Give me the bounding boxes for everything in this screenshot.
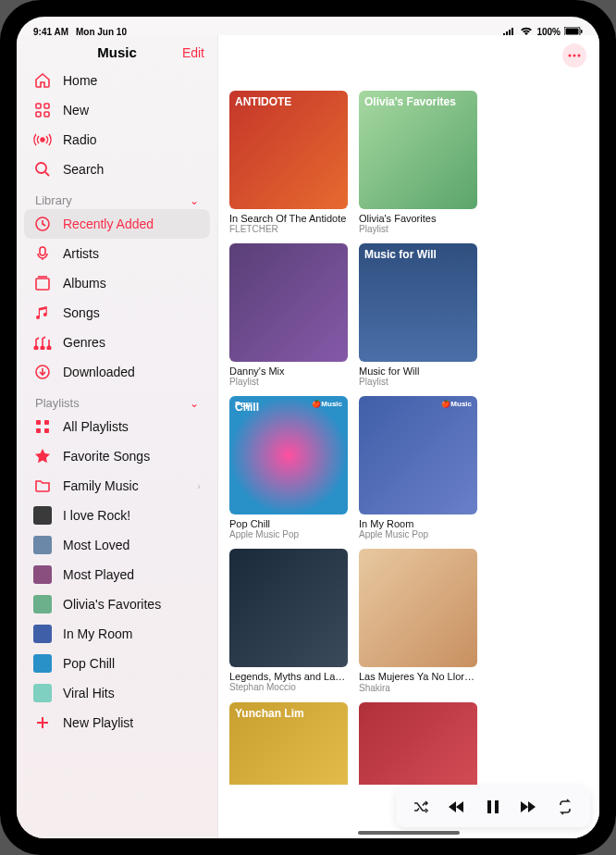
album-art-text: Yunchan Lim (235, 708, 342, 720)
album-art: ChillPop🍎Music (229, 396, 348, 514)
clock-icon (33, 215, 52, 233)
album-title: Legends, Myths and Lave... (229, 671, 348, 682)
sidebar-item-label: Most Loved (63, 538, 129, 552)
chevron-right-icon: › (197, 480, 201, 491)
sidebar-item-viral-hits[interactable]: Viral Hits (24, 678, 210, 708)
sidebar-item-all-playlists[interactable]: All Playlists (24, 412, 210, 441)
album-art (359, 549, 477, 667)
grid4-icon (33, 101, 52, 119)
sidebar-item-albums[interactable]: Albums (24, 268, 210, 298)
album-art (359, 702, 477, 785)
album-card[interactable]: Legends, Myths and Lave...Stephan Moccio (229, 549, 348, 693)
allpl-icon (33, 417, 52, 436)
art-corner-label: Pop (235, 400, 251, 409)
album-card[interactable]: 🍎MusicIn My RoomApple Music Pop (359, 396, 477, 539)
sidebar-item-label: Downloaded (63, 365, 135, 379)
svg-rect-8 (44, 104, 49, 108)
now-playing-bar[interactable] (396, 787, 590, 827)
album-icon (33, 274, 52, 292)
sidebar-item-pop-chill[interactable]: Pop Chill (24, 649, 210, 678)
sidebar-item-songs[interactable]: Songs (24, 298, 210, 328)
sidebar-item-olivia-s-favorites[interactable]: Olivia's Favorites (24, 589, 210, 619)
sidebar-item-label: New (63, 103, 89, 118)
playlist-thumb (33, 565, 52, 584)
sidebar-item-family-music[interactable]: Family Music› (24, 471, 210, 501)
more-button[interactable] (562, 43, 586, 68)
svg-point-24 (569, 55, 572, 57)
sidebar-item-label: All Playlists (63, 419, 129, 434)
repeat-button[interactable] (553, 799, 577, 815)
sidebar-item-label: Home (63, 73, 97, 88)
album-art: 🍎Music (359, 396, 477, 514)
sidebar-item-most-played[interactable]: Most Played (24, 560, 210, 589)
album-card[interactable] (359, 702, 477, 785)
pause-button[interactable] (481, 799, 505, 814)
sidebar: Music Edit HomeNewRadioSearchLibrary⌄Rec… (17, 35, 218, 838)
playlist-thumb (33, 684, 52, 702)
album-card[interactable]: Olivia's FavoritesOlivia's FavoritesPlay… (359, 91, 477, 234)
album-subtitle: FLETCHER (229, 224, 348, 234)
sidebar-item-recently-added[interactable]: Recently Added (24, 209, 210, 239)
sidebar-item-in-my-room[interactable]: In My Room (24, 619, 210, 649)
radio-icon (33, 130, 52, 149)
sidebar-item-favorite-songs[interactable]: Favorite Songs (24, 441, 210, 471)
svg-rect-15 (36, 279, 49, 290)
playlist-thumb (33, 625, 52, 643)
section-label: Library (35, 193, 72, 207)
svg-point-12 (36, 163, 46, 173)
sidebar-item-label: Most Played (63, 567, 134, 582)
previous-button[interactable] (445, 799, 469, 814)
sidebar-item-label: Family Music (63, 478, 139, 493)
album-subtitle: Apple Music Pop (229, 529, 348, 539)
svg-rect-20 (36, 420, 41, 425)
sidebar-item-most-loved[interactable]: Most Loved (24, 530, 210, 560)
sidebar-item-new-playlist[interactable]: New Playlist (24, 708, 210, 737)
edit-button[interactable]: Edit (182, 45, 204, 60)
sidebar-item-new[interactable]: New (24, 95, 210, 125)
album-card[interactable]: Las Mujeres Ya No Lloran ★Shakira (359, 549, 477, 693)
album-card[interactable]: Music for WillMusic for WillPlaylist (359, 243, 477, 387)
album-card[interactable]: ChillPop🍎MusicPop ChillApple Music Pop (229, 396, 348, 539)
album-card[interactable]: Danny's MixPlaylist (229, 243, 348, 387)
sidebar-item-i-love-rock[interactable]: I love Rock! (24, 501, 210, 530)
sidebar-item-home[interactable]: Home (24, 66, 210, 95)
album-subtitle: Playlist (229, 377, 348, 387)
sidebar-item-label: In My Room (63, 626, 132, 641)
chevron-down-icon: ⌄ (190, 397, 199, 410)
album-title: In Search Of The Antidote (229, 213, 348, 224)
shuffle-button[interactable] (409, 799, 433, 815)
svg-point-17 (41, 346, 44, 350)
sidebar-title: Music (97, 44, 137, 60)
sidebar-item-label: Radio (63, 132, 97, 147)
album-art-text: ANTIDOTE (235, 96, 342, 108)
svg-rect-21 (44, 420, 49, 425)
album-art-text: Music for Will (364, 249, 472, 261)
sidebar-item-artists[interactable]: Artists (24, 239, 210, 268)
album-card[interactable]: ANTIDOTEIn Search Of The AntidoteFLETCHE… (229, 91, 348, 234)
svg-point-11 (41, 138, 44, 142)
next-button[interactable] (517, 799, 541, 814)
section-label: Playlists (35, 396, 80, 410)
home-indicator[interactable] (358, 831, 460, 835)
sidebar-item-label: Pop Chill (63, 656, 115, 671)
svg-rect-28 (495, 800, 499, 813)
sidebar-item-label: Search (63, 162, 104, 177)
sidebar-item-radio[interactable]: Radio (24, 125, 210, 155)
playlists-section-header[interactable]: Playlists⌄ (24, 387, 210, 412)
sidebar-item-label: Genres (63, 335, 105, 350)
library-section-header[interactable]: Library⌄ (24, 184, 210, 209)
genres-icon (33, 333, 52, 352)
svg-rect-6 (581, 30, 583, 33)
sidebar-item-label: New Playlist (63, 715, 133, 730)
album-title: Pop Chill (229, 518, 348, 529)
apple-music-badge: 🍎Music (441, 400, 472, 408)
album-subtitle: Shakira (359, 683, 477, 693)
album-card[interactable]: Yunchan Lim (229, 702, 348, 785)
sidebar-item-genres[interactable]: Genres (24, 328, 210, 357)
star-icon: ★ (475, 671, 477, 682)
chevron-down-icon: ⌄ (190, 194, 199, 207)
sidebar-item-label: Recently Added (63, 217, 154, 231)
sidebar-item-downloaded[interactable]: Downloaded (24, 357, 210, 387)
svg-rect-14 (40, 247, 45, 255)
sidebar-item-search[interactable]: Search (24, 155, 210, 184)
